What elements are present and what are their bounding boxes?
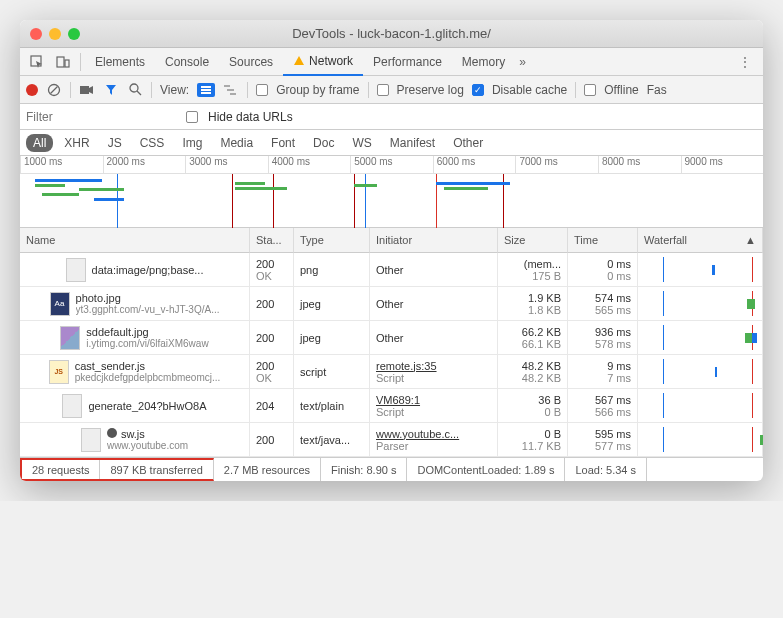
preserve-log-label: Preserve log (397, 83, 464, 97)
col-size[interactable]: Size (498, 228, 568, 253)
type-chip-css[interactable]: CSS (133, 134, 172, 152)
type-chip-doc[interactable]: Doc (306, 134, 341, 152)
svg-rect-10 (230, 93, 236, 95)
tab-sources[interactable]: Sources (219, 48, 283, 76)
warning-icon (293, 55, 305, 67)
disable-cache-checkbox[interactable]: ✓ (472, 84, 484, 96)
settings-icon[interactable]: ⋮ (731, 55, 759, 69)
col-status[interactable]: Sta... (250, 228, 294, 253)
file-icon: Aa (50, 292, 70, 316)
status-bar: 28 requests 897 KB transferred 2.7 MB re… (20, 457, 763, 481)
window-title: DevTools - luck-bacon-1.glitch.me/ (20, 26, 763, 41)
file-icon (81, 428, 101, 452)
transferred-size: 897 KB transferred (110, 464, 202, 476)
file-icon (60, 326, 80, 350)
file-icon (66, 258, 86, 282)
gear-icon (107, 428, 117, 438)
svg-line-7 (137, 91, 141, 95)
svg-rect-8 (224, 85, 230, 87)
finish-time: Finish: 8.90 s (321, 458, 407, 481)
tab-performance[interactable]: Performance (363, 48, 452, 76)
col-type[interactable]: Type (294, 228, 370, 253)
devtools-window: DevTools - luck-bacon-1.glitch.me/ Eleme… (20, 20, 763, 481)
requests-count: 28 requests (32, 464, 89, 476)
load-time: Load: 5.34 s (565, 458, 647, 481)
type-chip-all[interactable]: All (26, 134, 53, 152)
device-icon[interactable] (50, 51, 76, 73)
svg-rect-2 (65, 60, 69, 67)
clear-icon[interactable] (46, 82, 62, 98)
filter-bar: Hide data URLs (20, 104, 763, 130)
col-time[interactable]: Time (568, 228, 638, 253)
svg-rect-1 (57, 57, 64, 67)
request-table: Name Sta... Type Initiator Size Time Wat… (20, 228, 763, 457)
record-icon[interactable] (26, 84, 38, 96)
network-toolbar: View: Group by frame Preserve log ✓ Disa… (20, 76, 763, 104)
view-label: View: (160, 83, 189, 97)
type-chip-font[interactable]: Font (264, 134, 302, 152)
inspect-icon[interactable] (24, 51, 50, 73)
group-by-frame-label: Group by frame (276, 83, 359, 97)
offline-label: Offline (604, 83, 638, 97)
file-icon: JS (49, 360, 69, 384)
offline-checkbox[interactable] (584, 84, 596, 96)
col-initiator[interactable]: Initiator (370, 228, 498, 253)
timeline-overview[interactable]: 1000 ms2000 ms3000 ms4000 ms5000 ms6000 … (20, 156, 763, 228)
resources-size: 2.7 MB resources (214, 458, 321, 481)
close-icon[interactable] (30, 28, 42, 40)
file-icon (62, 394, 82, 418)
tab-elements[interactable]: Elements (85, 48, 155, 76)
panel-tabs: Elements Console Sources Network Perform… (20, 48, 763, 76)
svg-point-6 (130, 84, 138, 92)
titlebar: DevTools - luck-bacon-1.glitch.me/ (20, 20, 763, 48)
maximize-icon[interactable] (68, 28, 80, 40)
filter-icon[interactable] (103, 82, 119, 98)
minimize-icon[interactable] (49, 28, 61, 40)
type-chip-js[interactable]: JS (101, 134, 129, 152)
camera-icon[interactable] (79, 82, 95, 98)
type-chip-manifest[interactable]: Manifest (383, 134, 442, 152)
disable-cache-label: Disable cache (492, 83, 567, 97)
search-icon[interactable] (127, 82, 143, 98)
hide-data-urls-label: Hide data URLs (208, 110, 293, 124)
hide-data-urls-checkbox[interactable] (186, 111, 198, 123)
throttling-label[interactable]: Fas (647, 83, 667, 97)
svg-rect-5 (80, 86, 89, 94)
tab-memory[interactable]: Memory (452, 48, 515, 76)
type-filter-bar: AllXHRJSCSSImgMediaFontDocWSManifestOthe… (20, 130, 763, 156)
preserve-log-checkbox[interactable] (377, 84, 389, 96)
tab-console[interactable]: Console (155, 48, 219, 76)
type-chip-ws[interactable]: WS (345, 134, 378, 152)
large-rows-icon[interactable] (197, 83, 215, 97)
tab-network[interactable]: Network (283, 48, 363, 76)
group-by-frame-checkbox[interactable] (256, 84, 268, 96)
type-chip-img[interactable]: Img (175, 134, 209, 152)
type-chip-xhr[interactable]: XHR (57, 134, 96, 152)
waterfall-view-icon[interactable] (223, 82, 239, 98)
svg-rect-9 (227, 89, 234, 91)
filter-input[interactable] (26, 110, 176, 124)
col-name[interactable]: Name (20, 228, 250, 253)
type-chip-media[interactable]: Media (213, 134, 260, 152)
more-tabs-icon[interactable]: » (519, 55, 526, 69)
svg-line-4 (51, 86, 58, 93)
type-chip-other[interactable]: Other (446, 134, 490, 152)
domcontentloaded-time: DOMContentLoaded: 1.89 s (407, 458, 565, 481)
col-waterfall[interactable]: Waterfall▲ (638, 228, 763, 253)
